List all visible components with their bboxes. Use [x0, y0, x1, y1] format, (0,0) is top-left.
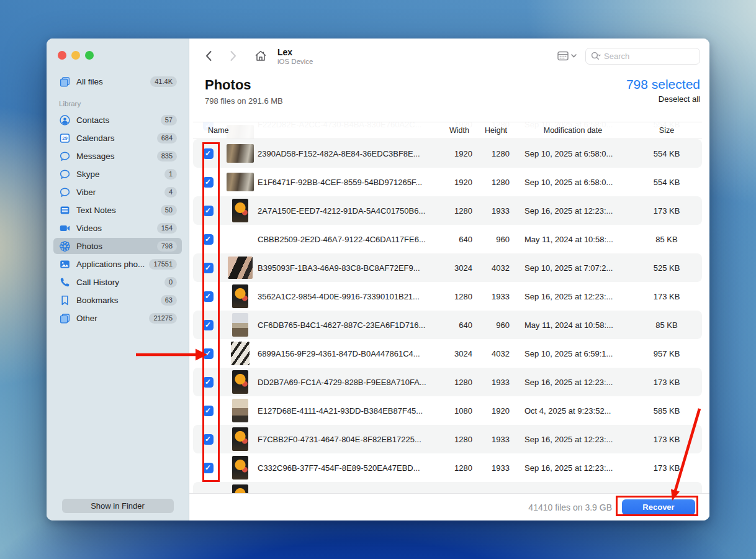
- table-row[interactable]: ✓ CBBB2509-2E2D-46A7-9122-4C6DA117FE6...…: [193, 225, 702, 253]
- file-height: 1933: [477, 463, 515, 473]
- count-badge: 63: [161, 295, 177, 306]
- table-row[interactable]: ✓ CF6DB765-B4C1-4627-887C-23EA6F1D716...…: [193, 311, 702, 339]
- deselect-all-button[interactable]: Deselect all: [626, 94, 700, 104]
- forward-button[interactable]: [225, 48, 241, 64]
- file-height: 1933: [477, 292, 515, 301]
- sidebar-item-photos[interactable]: Photos 798: [53, 238, 182, 254]
- photo-thumbnail: [232, 456, 248, 479]
- column-header-name[interactable]: Name: [193, 126, 441, 135]
- table-row[interactable]: ✓ E127D68E-4111-4A21-93DD-B384EB87F45...…: [193, 396, 702, 425]
- file-name: 6899A156-9F29-4361-847D-B0A447861C4...: [258, 349, 441, 358]
- file-height: 1280: [477, 178, 515, 187]
- photo-thumbnail: [231, 342, 250, 365]
- photo-thumbnail: [227, 173, 254, 191]
- message-bubble-icon: [58, 150, 71, 162]
- sidebar-item-other[interactable]: Other 21275: [53, 310, 182, 326]
- recover-button[interactable]: Recover: [622, 499, 695, 515]
- sidebar-item-label: Photos: [76, 242, 157, 251]
- column-header-height[interactable]: Height: [477, 126, 515, 135]
- row-checkbox[interactable]: ✓: [203, 234, 214, 245]
- page-header: Photos 798 files on 291.6 MB 798 selecte…: [189, 73, 709, 122]
- count-badge: 17551: [149, 259, 177, 270]
- table-row[interactable]: ✓: [193, 482, 702, 493]
- file-date: Sep 16, 2025 at 12:23:...: [515, 435, 631, 444]
- row-checkbox[interactable]: ✓: [203, 320, 214, 330]
- table-header-wrap: ✓ F222D82E-A2CC-4730-B4BA-830E760A2C... …: [193, 122, 702, 139]
- sidebar-item-label: Text Notes: [76, 206, 161, 215]
- window-controls: [47, 39, 189, 60]
- close-window-button[interactable]: [58, 51, 66, 60]
- row-checkbox[interactable]: ✓: [203, 377, 214, 388]
- table-row[interactable]: ✓ 2A7A150E-EED7-4212-91DA-5A4C01750B6...…: [193, 196, 702, 225]
- sidebar-item-label: Calendars: [76, 134, 157, 143]
- file-height: 1280: [477, 149, 515, 158]
- row-checkbox[interactable]: ✓: [203, 148, 214, 159]
- table-row[interactable]: ✓ 2390AD58-F152-482A-8E84-36EDC3BF8E... …: [193, 139, 702, 168]
- sidebar-item-call-history[interactable]: Call History 0: [53, 274, 182, 290]
- sidebar-item-videos[interactable]: Videos 154: [53, 220, 182, 236]
- file-size: 554 KB: [631, 149, 702, 158]
- video-camera-icon: [58, 222, 71, 234]
- minimize-window-button[interactable]: [71, 51, 80, 60]
- sidebar-item-skype[interactable]: Skype 1: [53, 166, 182, 182]
- folder-stack-icon: [58, 75, 71, 88]
- row-checkbox[interactable]: ✓: [203, 177, 214, 188]
- column-header-width[interactable]: Width: [441, 126, 477, 135]
- sidebar-item-text-notes[interactable]: Text Notes 50: [53, 202, 182, 218]
- sidebar-item-label: Applications pho...: [76, 260, 149, 269]
- photo-thumbnail: [232, 427, 248, 451]
- contacts-icon: [58, 114, 71, 126]
- table-row[interactable]: ✓ B395093F-1BA3-46A9-83C8-BC8AF72EF9... …: [193, 253, 702, 282]
- sidebar-list: All files 41.4K Library Contacts 57 29 C…: [47, 60, 189, 499]
- row-checkbox[interactable]: ✓: [203, 291, 214, 302]
- file-name: E1F6471F-92BB-4CEF-8559-54BD971265F...: [258, 178, 441, 187]
- sidebar-item-contacts[interactable]: Contacts 57: [53, 112, 182, 128]
- total-files-label: 41410 files on 3.9 GB: [528, 502, 612, 512]
- search-input[interactable]: [604, 52, 695, 61]
- row-checkbox[interactable]: ✓: [203, 463, 214, 473]
- device-name: Lex: [277, 47, 313, 57]
- file-width: 640: [441, 235, 477, 244]
- column-header-size[interactable]: Size: [631, 126, 702, 135]
- file-date: May 11, 2024 at 10:58:...: [515, 235, 631, 244]
- row-checkbox[interactable]: ✓: [203, 348, 214, 359]
- table-row[interactable]: ✓ F7CBB2F0-4731-4647-804E-8F82EB17225...…: [193, 425, 702, 453]
- file-name: CF6DB765-B4C1-4627-887C-23EA6F1D716...: [258, 320, 441, 330]
- count-badge: 798: [157, 241, 177, 252]
- back-button[interactable]: [200, 48, 217, 64]
- row-checkbox[interactable]: ✓: [203, 406, 214, 416]
- photo-thumbnail: [232, 313, 248, 337]
- sidebar-item-label: Videos: [76, 224, 157, 233]
- sidebar-item-label: Messages: [76, 152, 157, 161]
- photo-thumbnail: [227, 144, 254, 163]
- count-badge: 57: [161, 115, 177, 125]
- sidebar-item-bookmarks[interactable]: Bookmarks 63: [53, 292, 182, 308]
- home-icon[interactable]: [251, 47, 270, 65]
- file-date: Sep 10, 2025 at 6:58:0...: [515, 178, 631, 187]
- sidebar-item-applications-pho[interactable]: Applications pho... 17551: [53, 256, 182, 272]
- sidebar-item-label: Bookmarks: [76, 296, 161, 305]
- zoom-window-button[interactable]: [85, 51, 94, 60]
- sidebar-item-label: Contacts: [76, 116, 161, 125]
- table-row[interactable]: ✓ 3562A1C2-9854-4D0E-9916-73390101B21...…: [193, 282, 702, 311]
- sidebar-item-messages[interactable]: Messages 835: [53, 148, 182, 164]
- file-date: Sep 16, 2025 at 12:23:...: [515, 292, 631, 301]
- selected-count: 798 selected: [626, 77, 700, 92]
- sidebar: All files 41.4K Library Contacts 57 29 C…: [47, 39, 189, 520]
- file-size: 173 KB: [631, 463, 702, 473]
- table-row[interactable]: ✓ 6899A156-9F29-4361-847D-B0A447861C4...…: [193, 339, 702, 368]
- sidebar-item-calendars[interactable]: 29 Calendars 684: [53, 130, 182, 146]
- file-size: 525 KB: [631, 263, 702, 273]
- table-row[interactable]: ✓ DD2B7A69-FC1A-4729-828B-F9EE8A710FA...…: [193, 368, 702, 396]
- sidebar-item-all-files[interactable]: All files 41.4K: [53, 73, 182, 89]
- view-options-button[interactable]: [557, 51, 577, 61]
- row-checkbox[interactable]: ✓: [203, 434, 214, 445]
- row-checkbox[interactable]: ✓: [203, 263, 214, 273]
- row-checkbox[interactable]: ✓: [203, 206, 214, 216]
- table-row[interactable]: ✓ E1F6471F-92BB-4CEF-8559-54BD971265F...…: [193, 168, 702, 196]
- table-row[interactable]: ✓ C332C96B-37F7-454F-8E89-520EA47EBD... …: [193, 453, 702, 482]
- search-field[interactable]: [585, 48, 700, 65]
- show-in-finder-button[interactable]: Show in Finder: [62, 499, 174, 513]
- sidebar-item-viber[interactable]: Viber 4: [53, 184, 182, 200]
- column-header-date[interactable]: Modification date: [515, 126, 631, 135]
